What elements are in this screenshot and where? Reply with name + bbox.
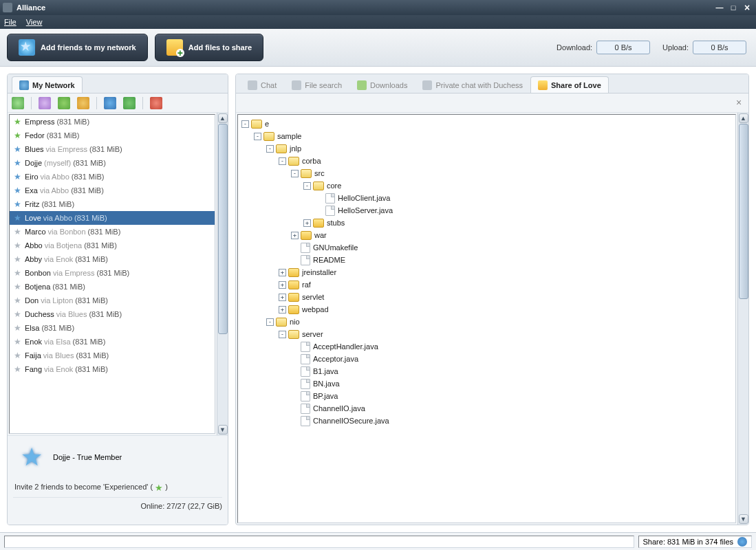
collapse-icon[interactable]: - xyxy=(279,157,286,165)
close-button[interactable]: × xyxy=(741,3,753,12)
collapse-icon[interactable]: - xyxy=(266,318,274,326)
tree-node[interactable]: ChannelIO.java xyxy=(239,402,734,415)
friend-row[interactable]: ★Botjena (831 MiB) xyxy=(10,280,215,294)
tree-node[interactable]: -e xyxy=(239,118,734,130)
tree-scroll-thumb[interactable] xyxy=(739,124,748,299)
tree-node[interactable]: +jreinstaller xyxy=(239,266,734,278)
tree-node[interactable]: -nio xyxy=(239,316,734,328)
tree-node[interactable]: BP.java xyxy=(239,390,734,402)
collapse-icon[interactable]: - xyxy=(279,331,286,338)
expand-icon[interactable]: + xyxy=(279,281,286,289)
tree-node[interactable]: BN.java xyxy=(239,377,734,390)
collapse-icon[interactable]: - xyxy=(266,145,274,153)
add-friend-icon[interactable] xyxy=(12,97,24,109)
friend-row[interactable]: ★Dojje (myself) (831 MiB) xyxy=(10,156,215,170)
friend-via: via Empress xyxy=(53,269,95,277)
friend-row[interactable]: ★Bonbon via Empress (831 MiB) xyxy=(10,266,215,280)
friend-via: via Enok xyxy=(44,365,73,373)
friend-row[interactable]: ★Don via Lipton (831 MiB) xyxy=(10,294,215,307)
tree-scroll-down-icon[interactable]: ▼ xyxy=(739,514,748,524)
tree-node[interactable]: HelloClient.java xyxy=(239,192,734,204)
tree-node[interactable]: +stubs xyxy=(239,217,734,229)
maximize-button[interactable]: □ xyxy=(727,3,739,12)
my-network-tab[interactable]: My Network xyxy=(12,76,83,93)
friend-row[interactable]: ★Exa via Abbo (831 MiB) xyxy=(10,184,215,197)
add-friends-button[interactable]: Add friends to my network xyxy=(7,34,148,61)
tree-scroll-up-icon[interactable]: ▲ xyxy=(739,113,748,123)
tree-node[interactable]: B1.java xyxy=(239,365,734,377)
expand-icon[interactable]: + xyxy=(291,232,299,239)
tree-node[interactable]: -jnlp xyxy=(239,142,734,155)
friend-size: (831 MiB) xyxy=(71,186,104,195)
friend-row[interactable]: ★Fedor (831 MiB) xyxy=(10,129,215,142)
tree-node[interactable]: +war xyxy=(239,229,734,241)
tree-label: jreinstaller xyxy=(302,268,336,276)
tab-downloads[interactable]: Downloads xyxy=(349,76,415,93)
file-tree[interactable]: -e-sample-jnlp-corba-src-coreHelloClient… xyxy=(237,114,736,523)
browse-icon[interactable] xyxy=(58,97,70,109)
scroll-down-icon[interactable]: ▼ xyxy=(218,425,228,434)
scroll-thumb[interactable] xyxy=(218,124,228,334)
tree-node[interactable]: -sample xyxy=(239,130,734,142)
tree-node[interactable]: ChannelIOSecure.java xyxy=(239,415,734,427)
tab-private-chat[interactable]: Private chat with Duchess xyxy=(415,76,530,93)
tree-node[interactable]: -core xyxy=(239,179,734,192)
friend-row[interactable]: ★Empress (831 MiB) xyxy=(10,115,215,129)
tree-node[interactable]: +raf xyxy=(239,278,734,291)
collapse-icon[interactable]: - xyxy=(291,170,299,177)
friend-row[interactable]: ★Love via Abbo (831 MiB) xyxy=(10,211,215,225)
friend-row[interactable]: ★Fang via Enok (831 MiB) xyxy=(10,362,215,376)
expand-icon[interactable]: + xyxy=(303,219,311,227)
expand-icon[interactable]: + xyxy=(279,269,286,276)
tab-chat[interactable]: Chat xyxy=(240,76,284,93)
friend-row[interactable]: ★Eiro via Abbo (831 MiB) xyxy=(10,170,215,184)
menu-file[interactable]: File xyxy=(4,18,17,26)
friend-row[interactable]: ★Faija via Blues (831 MiB) xyxy=(10,349,215,362)
chat-icon[interactable] xyxy=(39,97,51,109)
scroll-up-icon[interactable]: ▲ xyxy=(218,113,228,123)
status-refresh-icon[interactable] xyxy=(737,537,747,547)
tab-file-search[interactable]: File search xyxy=(284,76,349,93)
friend-row[interactable]: ★Elsa (831 MiB) xyxy=(10,321,215,335)
friend-row[interactable]: ★Marco via Bonbon (831 MiB) xyxy=(10,225,215,239)
friend-row[interactable]: ★Duchess via Blues (831 MiB) xyxy=(10,307,215,321)
tree-node[interactable]: +webpad xyxy=(239,303,734,316)
friends-scrollbar[interactable]: ▲ ▼ xyxy=(217,113,228,435)
menu-view[interactable]: View xyxy=(26,18,43,26)
tree-node[interactable]: -server xyxy=(239,328,734,340)
delete-icon[interactable] xyxy=(150,97,162,109)
friend-row[interactable]: ★Enok via Elsa (831 MiB) xyxy=(10,335,215,349)
expand-icon[interactable]: + xyxy=(279,306,286,314)
tree-node[interactable]: README xyxy=(239,254,734,266)
tree-node[interactable]: Acceptor.java xyxy=(239,353,734,365)
tree-node[interactable]: GNUmakefile xyxy=(239,241,734,254)
collapse-icon[interactable]: - xyxy=(241,120,249,128)
collapse-icon[interactable]: - xyxy=(303,182,311,190)
friend-row[interactable]: ★Abby via Enok (831 MiB) xyxy=(10,252,215,266)
friend-size: (831 MiB) xyxy=(84,241,117,250)
pin-icon[interactable] xyxy=(77,97,89,109)
friend-row[interactable]: ★Abbo via Botjena (831 MiB) xyxy=(10,239,215,252)
tree-node[interactable]: AcceptHandler.java xyxy=(239,340,734,353)
tree-node[interactable]: +servlet xyxy=(239,291,734,303)
minimize-button[interactable]: — xyxy=(713,3,726,12)
cycle-icon[interactable] xyxy=(123,97,136,109)
tree-node[interactable]: -src xyxy=(239,167,734,179)
refresh-icon[interactable] xyxy=(104,97,116,109)
tree-scrollbar[interactable]: ▲ ▼ xyxy=(737,113,748,525)
status-left xyxy=(4,536,634,548)
collapse-icon[interactable]: - xyxy=(254,133,261,140)
friend-row[interactable]: ★Fritz (831 MiB) xyxy=(10,197,215,211)
file-icon xyxy=(325,193,335,204)
friend-row[interactable]: ★Blues via Empress (831 MiB) xyxy=(10,142,215,156)
tab-share[interactable]: Share of Love xyxy=(530,76,609,93)
tree-node[interactable]: -corba xyxy=(239,155,734,167)
add-files-button[interactable]: Add files to share xyxy=(155,34,263,61)
friend-star-icon: ★ xyxy=(12,213,22,223)
folder-icon xyxy=(166,39,183,56)
expand-icon[interactable]: + xyxy=(279,294,286,301)
close-tab-icon[interactable]: × xyxy=(733,98,744,109)
friends-list[interactable]: ★Empress (831 MiB)★Fedor (831 MiB)★Blues… xyxy=(9,114,215,434)
tree-node[interactable]: HelloServer.java xyxy=(239,204,734,217)
tree-label: e xyxy=(265,120,269,128)
